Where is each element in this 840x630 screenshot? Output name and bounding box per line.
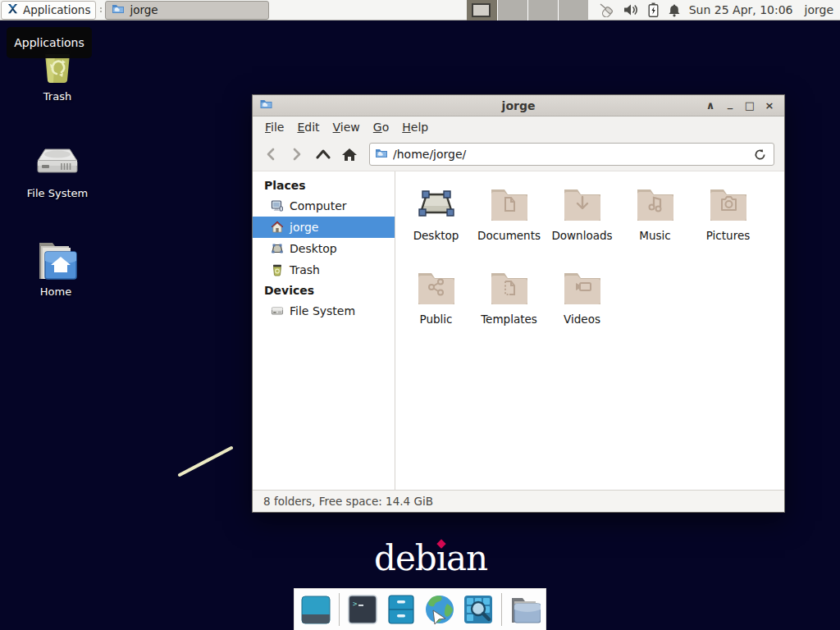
sidebar-places-header: Places — [253, 176, 395, 195]
shade-button[interactable]: ∧ — [702, 98, 719, 114]
path-input[interactable] — [393, 148, 746, 161]
pathbar-folder-icon — [375, 147, 388, 162]
maximize-button[interactable]: □ — [742, 98, 758, 114]
menu-go[interactable]: Go — [368, 118, 395, 136]
menu-file[interactable]: File — [259, 118, 290, 136]
panel-clock[interactable]: Sun 25 Apr, 10:06 — [689, 3, 793, 16]
folder-item-templates[interactable]: Templates — [472, 265, 546, 345]
applications-menu-label: Applications — [23, 3, 90, 16]
desktop-icon-home[interactable]: Home — [11, 236, 101, 298]
close-button[interactable]: × — [761, 98, 778, 114]
mouse-tray-icon[interactable] — [598, 2, 614, 17]
workspace-pager — [467, 0, 588, 21]
workspace-3[interactable] — [527, 0, 558, 21]
sidebar-item-computer[interactable]: Computer — [253, 195, 395, 217]
folder-label: Pictures — [706, 229, 750, 242]
pathbar[interactable] — [369, 143, 774, 166]
file-manager-launcher[interactable] — [509, 594, 541, 625]
debian-logo-i: ı — [436, 541, 446, 576]
terminal-launcher[interactable]: > — [347, 594, 378, 625]
sidebar-item-filesystem[interactable]: File System — [253, 300, 395, 322]
desktop-icon-filesystem[interactable]: File System — [12, 138, 103, 199]
app-finder-icon — [463, 595, 493, 624]
show-desktop-button[interactable] — [300, 594, 331, 625]
minimize-button[interactable]: _ — [722, 98, 738, 114]
taskbar-grip-handle[interactable] — [98, 1, 103, 20]
folder-item-public[interactable]: Public — [399, 265, 472, 345]
forward-button[interactable] — [285, 143, 308, 166]
home-icon — [271, 221, 284, 234]
music-folder-icon — [634, 181, 677, 227]
desktop-icon — [271, 242, 284, 255]
folder-item-downloads[interactable]: Downloads — [546, 181, 619, 262]
file-cabinet-launcher[interactable] — [386, 594, 417, 625]
app-finder-launcher[interactable] — [463, 594, 494, 625]
desktop-special-icon — [415, 181, 458, 227]
svg-text:>: > — [353, 600, 358, 608]
folder-window-icon — [112, 2, 125, 18]
desktop-icon-label: File System — [12, 187, 103, 199]
sidebar: Places Computer jorge — [253, 171, 395, 490]
menu-view[interactable]: View — [327, 118, 366, 136]
reload-button[interactable] — [751, 145, 769, 163]
workspace-2[interactable] — [497, 0, 527, 21]
file-manager-window: jorge ∧ _ □ × File Edit View Go Help — [252, 94, 785, 513]
folder-label: Templates — [481, 313, 537, 326]
harddrive-icon — [12, 138, 103, 184]
sidebar-item-label: Computer — [290, 199, 347, 212]
workspace-4[interactable] — [558, 0, 588, 21]
statusbar-text: 8 folders, Free space: 14.4 GiB — [263, 495, 433, 508]
trash-icon — [271, 263, 284, 276]
home-button[interactable] — [338, 143, 361, 166]
taskbar-window-button[interactable]: jorge — [105, 1, 269, 20]
folder-label: Music — [639, 229, 670, 242]
folder-label: Videos — [564, 313, 600, 326]
documents-folder-icon — [488, 181, 531, 227]
window-folder-icon — [259, 98, 273, 113]
taskbar-window-label: jorge — [130, 3, 158, 16]
menu-help[interactable]: Help — [396, 118, 434, 136]
sidebar-item-desktop[interactable]: Desktop — [253, 238, 395, 259]
applications-menu-button[interactable]: Applications — [1, 1, 96, 20]
desktop-icon-label: Trash — [12, 90, 103, 103]
dock-separator — [339, 593, 340, 626]
menu-edit[interactable]: Edit — [291, 118, 325, 136]
sidebar-item-label: File System — [290, 304, 355, 317]
folder-item-pictures[interactable]: Pictures — [692, 181, 765, 262]
tooltip-text: Applications — [14, 36, 84, 49]
home-folder-icon — [11, 236, 101, 282]
file-manager-body: Places Computer jorge — [253, 171, 784, 490]
folder-item-videos[interactable]: Videos — [546, 265, 619, 345]
templates-folder-icon — [488, 265, 531, 311]
toolbar — [253, 138, 784, 171]
debian-logo-text: deb — [374, 541, 436, 576]
sidebar-item-label: jorge — [290, 221, 318, 234]
window-titlebar[interactable]: jorge ∧ _ □ × — [253, 95, 784, 116]
folder-view[interactable]: Desktop Documents — [395, 171, 784, 490]
sidebar-item-trash[interactable]: Trash — [253, 259, 395, 281]
web-browser-launcher[interactable] — [424, 594, 455, 625]
folder-item-desktop[interactable]: Desktop — [399, 181, 472, 262]
back-button[interactable] — [259, 143, 282, 166]
notification-bell-icon[interactable] — [668, 3, 681, 17]
show-desktop-icon — [301, 596, 331, 624]
pictures-folder-icon — [707, 181, 750, 227]
globe-browser-icon — [424, 594, 455, 625]
debian-logo-text: an — [446, 541, 487, 576]
desktop: { "colors": { "desktop_background": "#05… — [0, 0, 840, 630]
panel-username[interactable]: jorge — [805, 3, 833, 16]
volume-tray-icon[interactable] — [623, 3, 639, 16]
stray-line-artifact — [172, 441, 241, 484]
folder-item-music[interactable]: Music — [619, 181, 692, 262]
folder-item-documents[interactable]: Documents — [472, 181, 546, 262]
workspace-1[interactable] — [467, 0, 497, 21]
window-controls: ∧ _ □ × — [702, 98, 784, 114]
drive-icon — [271, 304, 284, 317]
up-button[interactable] — [312, 143, 335, 166]
sidebar-item-label: Trash — [290, 263, 320, 276]
battery-tray-icon[interactable] — [648, 2, 659, 17]
debian-logo: debıan — [374, 541, 487, 576]
desktop-icon-label: Home — [11, 285, 101, 298]
sidebar-item-jorge[interactable]: jorge — [253, 217, 395, 238]
folder-grid: Desktop Documents — [395, 171, 784, 349]
